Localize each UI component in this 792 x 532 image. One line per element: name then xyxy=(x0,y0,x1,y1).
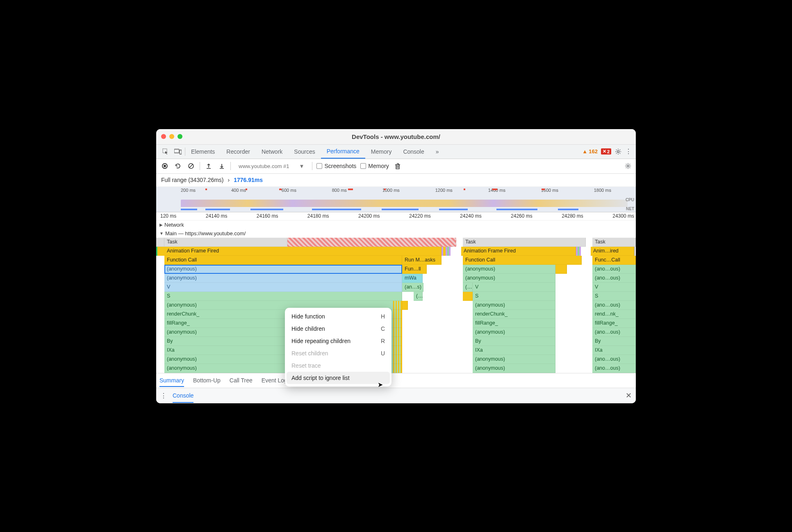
flame-anon[interactable]: (anonymous) xyxy=(473,364,555,373)
errors-badge[interactable]: ✕ 2 xyxy=(601,148,611,155)
context-reset-children: Reset childrenU xyxy=(285,347,391,359)
flame-s[interactable]: S xyxy=(164,292,402,301)
flame-chart[interactable]: Task Task Task Animation Frame Fired Ani… xyxy=(156,238,636,373)
tab-network[interactable]: Network xyxy=(256,145,288,159)
flame-anonymous-selected[interactable]: (anonymous) xyxy=(164,265,402,274)
flame-ans[interactable]: (an…s) xyxy=(402,283,423,292)
screenshots-checkbox[interactable]: Screenshots xyxy=(316,163,356,169)
flame-paren[interactable]: (… xyxy=(463,283,473,292)
flame-ixa[interactable]: IXa xyxy=(592,346,636,355)
flame-task-long[interactable] xyxy=(287,238,456,247)
svg-point-3 xyxy=(617,150,619,152)
tab-bottom-up[interactable]: Bottom-Up xyxy=(193,377,221,384)
profile-selector[interactable]: www.youtube.com #1 ▼ xyxy=(235,162,308,171)
breadcrumb-current[interactable]: 1776.91ms xyxy=(234,177,263,183)
flame-s[interactable]: S xyxy=(592,292,636,301)
settings-icon[interactable] xyxy=(614,148,622,155)
maximize-window-button[interactable] xyxy=(178,134,182,139)
flame-anon[interactable]: (ano…ous) xyxy=(592,364,636,373)
flame-fn-small[interactable]: Fun…ll xyxy=(402,265,427,274)
reload-button[interactable] xyxy=(173,161,182,171)
tabs-bar: Elements Recorder Network Sources Perfor… xyxy=(156,145,636,159)
record-button[interactable] xyxy=(160,161,169,171)
tab-call-tree[interactable]: Call Tree xyxy=(230,377,253,384)
flame-task[interactable]: Task xyxy=(164,238,287,247)
drawer-menu-icon[interactable]: ⋮ xyxy=(160,392,167,400)
context-hide-repeating[interactable]: Hide repeating childrenR xyxy=(285,335,391,347)
flame-s[interactable]: S xyxy=(473,292,555,301)
minimize-window-button[interactable] xyxy=(169,134,174,139)
context-hide-function[interactable]: Hide functionH xyxy=(285,310,391,323)
flame-anon[interactable]: (ano…ous) xyxy=(592,274,636,283)
breadcrumb-full-range[interactable]: Full range (34307.26ms) xyxy=(161,177,224,183)
svg-point-12 xyxy=(627,165,629,167)
network-track-header[interactable]: ▶Network xyxy=(156,221,636,229)
tab-recorder[interactable]: Recorder xyxy=(221,145,256,159)
flame-aff[interactable]: Animation Frame Fired xyxy=(461,247,576,256)
flame-ixa[interactable]: IXa xyxy=(473,346,555,355)
tab-console[interactable]: Console xyxy=(397,145,430,159)
context-add-ignore-list[interactable]: Add script to ignore list xyxy=(287,372,390,384)
detail-ruler[interactable]: 120 ms 24140 ms 24160 ms 24180 ms 24200 … xyxy=(156,212,636,221)
tab-elements[interactable]: Elements xyxy=(185,145,221,159)
flame-v[interactable]: V xyxy=(164,283,402,292)
context-hide-children[interactable]: Hide childrenC xyxy=(285,323,391,335)
flame-fn[interactable]: Function Call xyxy=(463,256,582,265)
flame-fn[interactable]: Function Call xyxy=(164,256,402,265)
flame-fillrange[interactable]: fillRange_ xyxy=(473,319,555,328)
inspect-element-icon[interactable] xyxy=(160,146,171,157)
flame-v[interactable]: V xyxy=(592,283,636,292)
flame-renderchunk[interactable]: renderChunk_ xyxy=(473,310,555,319)
drawer-console-tab[interactable]: Console xyxy=(173,392,193,403)
svg-line-7 xyxy=(189,164,193,168)
close-drawer-icon[interactable]: ✕ xyxy=(626,391,632,400)
svg-rect-1 xyxy=(174,149,179,153)
context-reset-trace: Reset trace xyxy=(285,359,391,372)
flame-anon[interactable]: (ano…ous) xyxy=(592,355,636,364)
flame-microtask[interactable]: Run M…asks xyxy=(402,256,442,265)
flame-anon[interactable]: (anonymous) xyxy=(164,274,402,283)
flame-renderchunk[interactable]: rend…nk_ xyxy=(592,310,636,319)
tab-memory[interactable]: Memory xyxy=(365,145,398,159)
svg-point-5 xyxy=(164,165,166,167)
flame-mwa[interactable]: mWa xyxy=(402,274,423,283)
flame-task[interactable]: Task xyxy=(592,238,636,247)
flame-anon[interactable]: (anonymous) xyxy=(473,328,555,337)
flame-anon[interactable]: (ano…ous) xyxy=(592,265,636,274)
download-button[interactable] xyxy=(217,161,226,171)
flame-by[interactable]: By xyxy=(592,337,636,346)
flame-anon[interactable]: (anonymous) xyxy=(463,265,555,274)
device-toolbar-icon[interactable] xyxy=(173,146,183,157)
flame-anon[interactable]: (ano…ous) xyxy=(592,301,636,310)
tab-performance[interactable]: Performance xyxy=(321,145,365,159)
flame-task[interactable]: Task xyxy=(463,238,586,247)
upload-button[interactable] xyxy=(204,161,213,171)
flame-fn[interactable]: Func…Call xyxy=(592,256,636,265)
flame-fillrange[interactable]: fillRange_ xyxy=(592,319,636,328)
flame-anon[interactable]: (anonymous) xyxy=(473,301,555,310)
tab-event-log[interactable]: Event Log xyxy=(262,377,287,384)
overview-timeline[interactable]: 200 ms 400 ms 600 ms 800 ms 1000 ms 1200… xyxy=(156,187,636,212)
flame-anon[interactable]: (anonymous) xyxy=(463,274,555,283)
flame-v[interactable]: V xyxy=(473,283,555,292)
flame-aff[interactable]: Anim…ired xyxy=(591,247,634,256)
close-window-button[interactable] xyxy=(161,134,166,139)
flame-by[interactable]: By xyxy=(473,337,555,346)
flame-aff[interactable]: Animation Frame Fired xyxy=(164,247,442,256)
flame-anon[interactable]: (anonymous) xyxy=(473,355,555,364)
console-drawer: ⋮ Console ✕ xyxy=(156,388,636,403)
tab-sources[interactable]: Sources xyxy=(288,145,321,159)
chevron-right-icon: › xyxy=(228,177,230,183)
gc-button[interactable] xyxy=(393,161,402,171)
warnings-badge[interactable]: ▲ 162 xyxy=(582,148,598,155)
flame-paren[interactable]: (… xyxy=(414,292,423,301)
clear-button[interactable] xyxy=(187,161,196,171)
kebab-menu-icon[interactable]: ⋮ xyxy=(625,148,632,155)
memory-checkbox[interactable]: Memory xyxy=(360,163,389,169)
breadcrumb: Full range (34307.26ms) › 1776.91ms xyxy=(156,174,636,187)
panel-settings-icon[interactable] xyxy=(624,162,632,170)
tab-summary[interactable]: Summary xyxy=(159,377,184,387)
flame-anon[interactable]: (ano…ous) xyxy=(592,328,636,337)
main-track-header[interactable]: ▼Main — https://www.youtube.com/ xyxy=(156,229,636,238)
more-tabs-icon[interactable]: » xyxy=(430,145,445,159)
